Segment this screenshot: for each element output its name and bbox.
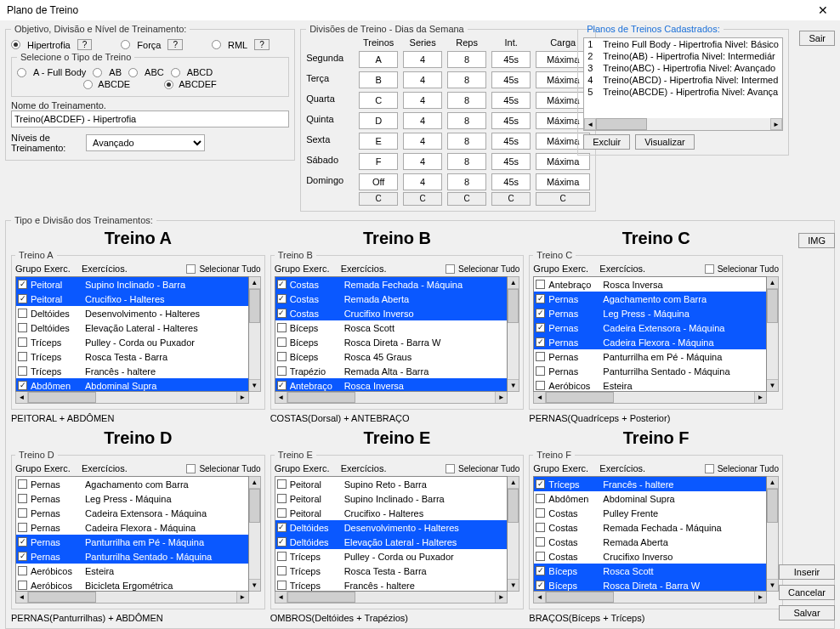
plan-row[interactable]: 4Treino(ABCD) - Hipertrofia Nivel: Inter… xyxy=(584,74,782,86)
exercise-row[interactable]: CostasPulley Frente xyxy=(534,506,766,520)
scroll-left-icon[interactable]: ◄ xyxy=(16,592,28,603)
scroll-up-icon[interactable]: ▲ xyxy=(508,277,519,289)
row-checkbox[interactable] xyxy=(277,537,287,547)
row-checkbox[interactable] xyxy=(18,552,27,561)
exercise-row[interactable]: TrapézioRemada Alta - Barra xyxy=(275,364,508,378)
exercise-grid[interactable]: PernasAgachamento com BarraPernasLeg Pre… xyxy=(15,476,249,592)
cancelar-button[interactable]: Cancelar xyxy=(779,585,835,600)
row-checkbox[interactable] xyxy=(277,366,287,376)
exercise-row[interactable]: CostasRemada Aberta xyxy=(534,535,766,549)
row-checkbox[interactable] xyxy=(18,280,27,289)
grid-vscroll[interactable]: ▲▼ xyxy=(767,276,779,392)
cell-reps[interactable]: 8 xyxy=(447,112,486,129)
cell-series[interactable]: 4 xyxy=(403,71,442,88)
cell-int[interactable]: 45s xyxy=(491,133,531,150)
scroll-thumb[interactable] xyxy=(287,392,355,403)
row-checkbox[interactable] xyxy=(18,381,27,390)
cell-treino[interactable]: E xyxy=(359,133,398,150)
scroll-up-icon[interactable]: ▲ xyxy=(767,277,778,289)
scroll-down-icon[interactable]: ▼ xyxy=(249,579,260,591)
exercise-row[interactable]: PernasPanturrilha Sentado - Máquina xyxy=(16,549,248,564)
row-checkbox[interactable] xyxy=(536,552,545,561)
row-checkbox[interactable] xyxy=(536,309,545,318)
scroll-thumb[interactable] xyxy=(767,289,778,323)
scroll-right-icon[interactable]: ► xyxy=(754,592,766,603)
grid-hscroll[interactable]: ◄► xyxy=(533,392,767,404)
exercise-row[interactable]: PernasPanturrilha em Pé - Máquina xyxy=(16,535,248,549)
scroll-thumb[interactable] xyxy=(767,489,778,523)
cell-series[interactable]: 4 xyxy=(403,51,442,68)
radio-abcde[interactable] xyxy=(83,80,93,89)
exercise-row[interactable]: BícepsRosca Direta - Barra W xyxy=(534,578,766,592)
cell-int[interactable]: 45s xyxy=(491,173,531,190)
row-checkbox[interactable] xyxy=(18,352,27,361)
cell-treino[interactable]: C xyxy=(359,92,398,109)
scroll-down-icon[interactable]: ▼ xyxy=(767,579,778,591)
exercise-row[interactable]: PeitoralSupino Reto - Barra xyxy=(275,477,508,491)
cell-int[interactable]: 45s xyxy=(491,92,531,109)
exercise-row[interactable]: PernasCadeira Flexora - Máquina xyxy=(16,520,248,535)
combo-footer[interactable]: C xyxy=(447,192,486,206)
plan-row[interactable]: 5Treino(ABCDE) - Hipertrofia Nivel: Avan… xyxy=(584,86,782,98)
row-checkbox[interactable] xyxy=(536,494,545,503)
exercise-row[interactable]: BícepsRosca Scott xyxy=(534,564,766,578)
row-checkbox[interactable] xyxy=(18,523,27,532)
exercise-row[interactable]: DeltóidesDesenvolvimento - Halteres xyxy=(275,520,508,535)
exercise-row[interactable]: TrícepsFrancês - haltere xyxy=(16,364,248,378)
exercise-row[interactable]: PeitoralSupino Inclinado - Barra xyxy=(275,491,508,506)
scroll-up-icon[interactable]: ▲ xyxy=(249,277,260,289)
cell-treino[interactable]: B xyxy=(359,71,398,88)
radio-a[interactable] xyxy=(17,68,26,77)
row-checkbox[interactable] xyxy=(536,581,545,590)
grid-hscroll[interactable]: ◄► xyxy=(533,592,767,604)
radio-hipertrofia[interactable] xyxy=(11,40,20,49)
exercise-row[interactable]: AntebraçoRosca Inversa xyxy=(534,277,766,292)
cell-int[interactable]: 45s xyxy=(491,51,531,68)
scroll-left-icon[interactable]: ◄ xyxy=(534,592,546,603)
cell-int[interactable]: 45s xyxy=(491,112,531,129)
cell-treino[interactable]: D xyxy=(359,112,398,129)
scroll-thumb[interactable] xyxy=(249,289,260,323)
cell-series[interactable]: 4 xyxy=(403,153,442,170)
scroll-thumb[interactable] xyxy=(546,392,614,403)
row-checkbox[interactable] xyxy=(277,280,287,289)
row-checkbox[interactable] xyxy=(18,337,27,347)
radio-rml[interactable] xyxy=(212,40,221,49)
scroll-thumb[interactable] xyxy=(546,592,614,603)
cell-series[interactable]: 4 xyxy=(403,112,442,129)
plan-row[interactable]: 2Treino(AB) - Hipertrofia Nivel: Interme… xyxy=(584,50,782,62)
scroll-right-icon[interactable]: ► xyxy=(770,118,782,130)
row-checkbox[interactable] xyxy=(277,566,287,575)
scroll-left-icon[interactable]: ◄ xyxy=(16,392,28,403)
plans-hscroll[interactable]: ◄ ► xyxy=(584,118,782,130)
exercise-row[interactable]: CostasCrucifixo Inverso xyxy=(534,549,766,564)
cell-reps[interactable]: 8 xyxy=(447,92,486,109)
exercise-grid[interactable]: TrícepsFrancês - haltereAbdômenAbdominal… xyxy=(533,476,767,592)
exercise-row[interactable]: DeltóidesElevação Lateral - Halteres xyxy=(275,535,508,549)
help-forca[interactable]: ? xyxy=(167,39,183,50)
cell-int[interactable]: 45s xyxy=(491,71,531,88)
scroll-left-icon[interactable]: ◄ xyxy=(534,392,546,403)
row-checkbox[interactable] xyxy=(277,352,287,361)
scroll-left-icon[interactable]: ◄ xyxy=(275,392,287,403)
grid-hscroll[interactable]: ◄► xyxy=(275,592,508,604)
row-checkbox[interactable] xyxy=(536,381,545,390)
row-checkbox[interactable] xyxy=(277,294,287,303)
cell-int[interactable]: 45s xyxy=(491,153,531,170)
combo-footer[interactable]: C xyxy=(359,192,398,206)
exercise-row[interactable]: PeitoralCrucifixo - Halteres xyxy=(16,292,248,306)
exercise-row[interactable]: AeróbicosBicicleta Ergométrica xyxy=(16,578,248,592)
visualizar-button[interactable]: Visualizar xyxy=(635,134,695,150)
exercise-row[interactable]: BícepsRosca Scott xyxy=(275,320,508,335)
scroll-up-icon[interactable]: ▲ xyxy=(249,477,260,489)
radio-abcd[interactable] xyxy=(171,68,180,77)
nome-treinamento-input[interactable] xyxy=(11,110,289,128)
exercise-row[interactable]: PernasLeg Press - Máquina xyxy=(534,306,766,320)
grid-vscroll[interactable]: ▲▼ xyxy=(249,276,261,392)
row-checkbox[interactable] xyxy=(18,581,27,590)
row-checkbox[interactable] xyxy=(536,523,545,532)
close-icon[interactable]: ✕ xyxy=(813,3,833,17)
sair-button[interactable]: Sair xyxy=(799,31,835,46)
exercise-grid[interactable]: PeitoralSupino Reto - BarraPeitoralSupin… xyxy=(275,476,508,592)
exercise-row[interactable]: PernasCadeira Flexora - Máquina xyxy=(534,335,766,349)
